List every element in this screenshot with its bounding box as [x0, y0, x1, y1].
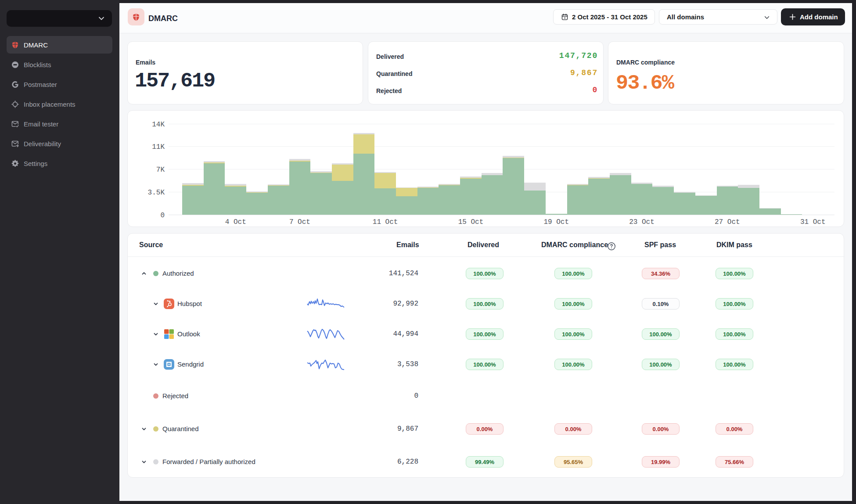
- svg-text:4 Oct: 4 Oct: [225, 218, 246, 226]
- svg-text:7 Oct: 7 Oct: [289, 218, 310, 226]
- svg-text:14K: 14K: [152, 121, 165, 129]
- svg-text:31 Oct: 31 Oct: [800, 218, 826, 226]
- svg-text:7K: 7K: [156, 166, 165, 174]
- svg-text:0: 0: [160, 212, 165, 220]
- svg-text:23 Oct: 23 Oct: [629, 218, 655, 226]
- svg-text:15 Oct: 15 Oct: [458, 218, 484, 226]
- svg-text:3.5K: 3.5K: [148, 189, 165, 197]
- svg-text:11 Oct: 11 Oct: [373, 218, 398, 226]
- svg-text:27 Oct: 27 Oct: [715, 218, 740, 226]
- svg-text:19 Oct: 19 Oct: [543, 218, 569, 226]
- svg-text:11K: 11K: [152, 143, 165, 151]
